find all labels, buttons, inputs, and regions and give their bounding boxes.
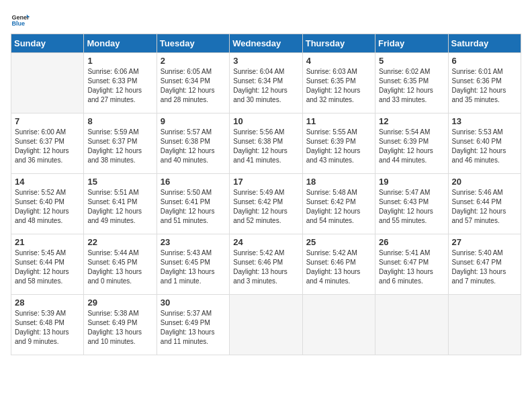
day-info: Sunrise: 5:56 AMSunset: 6:38 PMDaylight:… [233, 128, 298, 165]
day-info: Sunrise: 5:51 AMSunset: 6:41 PMDaylight:… [87, 188, 152, 226]
weekday-header: Sunday [11, 34, 84, 53]
calendar-cell: 18Sunrise: 5:48 AMSunset: 6:42 PMDayligh… [302, 174, 375, 234]
calendar-week-row: 14Sunrise: 5:52 AMSunset: 6:40 PMDayligh… [11, 174, 521, 234]
svg-text:Blue: Blue [11, 20, 25, 27]
day-number: 13 [452, 116, 517, 126]
calendar-cell: 26Sunrise: 5:41 AMSunset: 6:47 PMDayligh… [375, 234, 448, 295]
day-info: Sunrise: 6:01 AMSunset: 6:36 PMDaylight:… [452, 67, 517, 105]
calendar-cell: 23Sunrise: 5:43 AMSunset: 6:45 PMDayligh… [157, 234, 229, 295]
calendar-cell: 21Sunrise: 5:45 AMSunset: 6:44 PMDayligh… [11, 234, 84, 295]
day-info: Sunrise: 6:06 AMSunset: 6:33 PMDaylight:… [87, 67, 152, 105]
calendar-cell [448, 295, 521, 355]
calendar-cell: 3Sunrise: 6:04 AMSunset: 6:34 PMDaylight… [230, 53, 302, 113]
day-number: 22 [87, 237, 152, 247]
weekday-header: Saturday [448, 34, 521, 53]
day-number: 7 [15, 116, 80, 126]
calendar-cell: 12Sunrise: 5:54 AMSunset: 6:39 PMDayligh… [375, 113, 448, 174]
day-number: 24 [233, 237, 298, 247]
day-number: 10 [233, 116, 298, 126]
day-number: 18 [306, 177, 371, 187]
day-number: 28 [15, 298, 80, 308]
calendar-week-row: 28Sunrise: 5:39 AMSunset: 6:48 PMDayligh… [11, 295, 521, 355]
calendar-cell: 11Sunrise: 5:55 AMSunset: 6:39 PMDayligh… [302, 113, 375, 174]
weekday-header: Monday [84, 34, 157, 53]
day-number: 27 [452, 237, 517, 247]
day-number: 17 [233, 177, 298, 187]
calendar-cell: 24Sunrise: 5:42 AMSunset: 6:46 PMDayligh… [230, 234, 302, 295]
day-number: 15 [87, 177, 152, 187]
calendar-week-row: 21Sunrise: 5:45 AMSunset: 6:44 PMDayligh… [11, 234, 521, 295]
day-number: 8 [87, 116, 152, 126]
calendar-cell: 30Sunrise: 5:37 AMSunset: 6:49 PMDayligh… [157, 295, 229, 355]
calendar-cell: 19Sunrise: 5:47 AMSunset: 6:43 PMDayligh… [375, 174, 448, 234]
calendar-cell [375, 295, 448, 355]
calendar-week-row: 1Sunrise: 6:06 AMSunset: 6:33 PMDaylight… [11, 53, 521, 113]
calendar-cell: 8Sunrise: 5:59 AMSunset: 6:37 PMDaylight… [84, 113, 157, 174]
day-number: 26 [379, 237, 444, 247]
day-info: Sunrise: 5:39 AMSunset: 6:48 PMDaylight:… [15, 309, 80, 347]
day-info: Sunrise: 5:53 AMSunset: 6:40 PMDaylight:… [452, 128, 517, 165]
calendar-cell [302, 295, 375, 355]
day-info: Sunrise: 6:05 AMSunset: 6:34 PMDaylight:… [161, 67, 226, 105]
day-info: Sunrise: 5:54 AMSunset: 6:39 PMDaylight:… [379, 128, 444, 165]
calendar-cell: 10Sunrise: 5:56 AMSunset: 6:38 PMDayligh… [230, 113, 302, 174]
day-number: 25 [306, 237, 371, 247]
calendar-cell: 22Sunrise: 5:44 AMSunset: 6:45 PMDayligh… [84, 234, 157, 295]
day-info: Sunrise: 5:43 AMSunset: 6:45 PMDaylight:… [161, 248, 226, 286]
day-info: Sunrise: 5:37 AMSunset: 6:49 PMDaylight:… [161, 309, 226, 347]
day-number: 30 [161, 298, 226, 308]
day-info: Sunrise: 5:40 AMSunset: 6:47 PMDaylight:… [452, 248, 517, 286]
day-info: Sunrise: 5:49 AMSunset: 6:42 PMDaylight:… [233, 188, 298, 226]
day-info: Sunrise: 6:03 AMSunset: 6:35 PMDaylight:… [306, 67, 371, 105]
day-number: 11 [306, 116, 371, 126]
day-info: Sunrise: 5:44 AMSunset: 6:45 PMDaylight:… [87, 248, 152, 286]
day-number: 16 [161, 177, 226, 187]
calendar-cell: 17Sunrise: 5:49 AMSunset: 6:42 PMDayligh… [230, 174, 302, 234]
calendar-cell: 7Sunrise: 6:00 AMSunset: 6:37 PMDaylight… [11, 113, 84, 174]
day-info: Sunrise: 5:46 AMSunset: 6:44 PMDaylight:… [452, 188, 517, 226]
day-info: Sunrise: 6:02 AMSunset: 6:35 PMDaylight:… [379, 67, 444, 105]
day-info: Sunrise: 5:50 AMSunset: 6:41 PMDaylight:… [161, 188, 226, 226]
calendar-cell [230, 295, 302, 355]
day-info: Sunrise: 5:38 AMSunset: 6:49 PMDaylight:… [87, 309, 152, 347]
day-number: 14 [15, 177, 80, 187]
weekday-header: Friday [375, 34, 448, 53]
weekday-header: Wednesday [230, 34, 302, 53]
logo-icon: General Blue [11, 11, 30, 30]
day-number: 19 [379, 177, 444, 187]
day-info: Sunrise: 6:00 AMSunset: 6:37 PMDaylight:… [15, 128, 80, 165]
day-number: 29 [87, 298, 152, 308]
day-info: Sunrise: 5:57 AMSunset: 6:38 PMDaylight:… [161, 128, 226, 165]
day-info: Sunrise: 5:52 AMSunset: 6:40 PMDaylight:… [15, 188, 80, 226]
day-number: 5 [379, 56, 444, 66]
calendar-cell: 29Sunrise: 5:38 AMSunset: 6:49 PMDayligh… [84, 295, 157, 355]
calendar-cell: 16Sunrise: 5:50 AMSunset: 6:41 PMDayligh… [157, 174, 229, 234]
calendar-cell: 13Sunrise: 5:53 AMSunset: 6:40 PMDayligh… [448, 113, 521, 174]
calendar-cell: 27Sunrise: 5:40 AMSunset: 6:47 PMDayligh… [448, 234, 521, 295]
day-number: 2 [161, 56, 226, 66]
day-info: Sunrise: 5:59 AMSunset: 6:37 PMDaylight:… [87, 128, 152, 165]
calendar-cell: 6Sunrise: 6:01 AMSunset: 6:36 PMDaylight… [448, 53, 521, 113]
calendar-cell: 20Sunrise: 5:46 AMSunset: 6:44 PMDayligh… [448, 174, 521, 234]
day-number: 21 [15, 237, 80, 247]
day-number: 23 [161, 237, 226, 247]
weekday-header-row: SundayMondayTuesdayWednesdayThursdayFrid… [11, 34, 521, 53]
calendar-table: SundayMondayTuesdayWednesdayThursdayFrid… [11, 34, 521, 355]
calendar-week-row: 7Sunrise: 6:00 AMSunset: 6:37 PMDaylight… [11, 113, 521, 174]
page-header: General Blue [11, 11, 521, 30]
calendar-cell [11, 53, 84, 113]
day-number: 3 [233, 56, 298, 66]
calendar-cell: 15Sunrise: 5:51 AMSunset: 6:41 PMDayligh… [84, 174, 157, 234]
calendar-cell: 5Sunrise: 6:02 AMSunset: 6:35 PMDaylight… [375, 53, 448, 113]
day-number: 6 [452, 56, 517, 66]
day-number: 9 [161, 116, 226, 126]
calendar-cell: 14Sunrise: 5:52 AMSunset: 6:40 PMDayligh… [11, 174, 84, 234]
logo: General Blue [11, 11, 30, 30]
calendar-cell: 25Sunrise: 5:42 AMSunset: 6:46 PMDayligh… [302, 234, 375, 295]
day-number: 20 [452, 177, 517, 187]
calendar-cell: 9Sunrise: 5:57 AMSunset: 6:38 PMDaylight… [157, 113, 229, 174]
day-info: Sunrise: 6:04 AMSunset: 6:34 PMDaylight:… [233, 67, 298, 105]
calendar-cell: 4Sunrise: 6:03 AMSunset: 6:35 PMDaylight… [302, 53, 375, 113]
day-info: Sunrise: 5:55 AMSunset: 6:39 PMDaylight:… [306, 128, 371, 165]
day-number: 1 [87, 56, 152, 66]
